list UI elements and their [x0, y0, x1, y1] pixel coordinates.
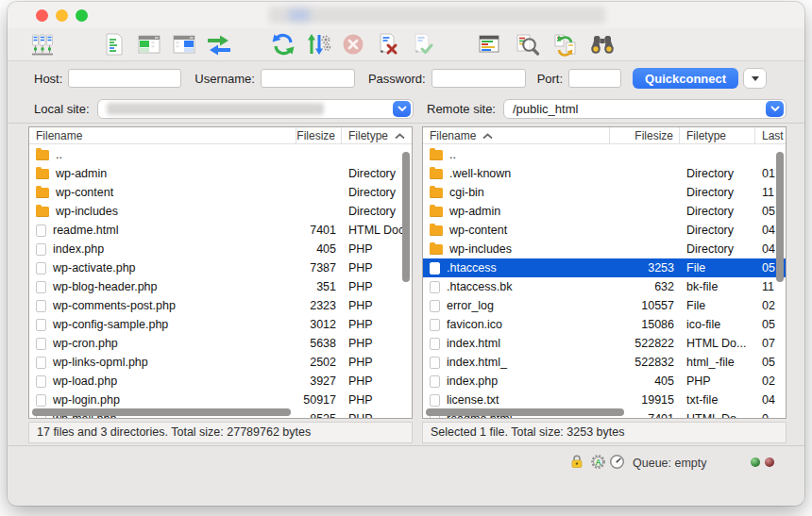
- quickconnect-button[interactable]: Quickconnect: [633, 68, 738, 89]
- window-title-redacted: [269, 7, 605, 24]
- file-row[interactable]: .htaccess.bk632bk-file11: [423, 277, 786, 296]
- remote-rows: ...well-knownDirectory01cgi-binDirectory…: [423, 145, 786, 418]
- file-row[interactable]: wp-includesDirectory04: [423, 240, 786, 258]
- file-row[interactable]: wp-contentDirectory: [29, 183, 412, 202]
- file-row[interactable]: wp-links-opml.php2502PHP: [29, 353, 412, 372]
- remote-site-combobox[interactable]: /public_html: [503, 99, 787, 119]
- filename-text: wp-admin: [56, 167, 107, 180]
- port-label: Port:: [537, 72, 563, 86]
- filetype-text: Directory: [680, 224, 755, 237]
- filename-text: cgi-bin: [449, 186, 484, 199]
- file-row[interactable]: wp-blog-header.php351PHP: [29, 277, 412, 296]
- filesize-text: 7401: [296, 224, 342, 237]
- quickconnect-bar: Host: Username: Password: Port: Quickcon…: [8, 61, 804, 95]
- username-input[interactable]: [261, 69, 355, 88]
- file-row[interactable]: wp-includesDirectory: [29, 202, 412, 221]
- disconnect-button[interactable]: [372, 30, 404, 58]
- filetype-text: File: [680, 299, 755, 312]
- filename-text: index.html_: [447, 356, 507, 369]
- port-input[interactable]: [568, 69, 621, 88]
- file-row[interactable]: .htaccess3253File05: [423, 258, 786, 277]
- process-queue-button[interactable]: [302, 30, 334, 58]
- file-search-button[interactable]: [511, 30, 543, 58]
- column-header-filetype[interactable]: Filetype: [680, 127, 755, 143]
- directory-listing-filters-button[interactable]: [473, 30, 505, 58]
- host-label: Host:: [34, 72, 62, 86]
- gear-auto-icon[interactable]: A: [590, 454, 606, 474]
- remote-vertical-scrollbar[interactable]: [776, 152, 784, 282]
- filesize-text: 3012: [296, 318, 342, 331]
- file-row[interactable]: index.html522822HTML Do...07: [423, 334, 786, 353]
- synchronized-browsing-button[interactable]: [549, 30, 581, 58]
- local-vertical-scrollbar[interactable]: [402, 152, 410, 282]
- column-header-filesize[interactable]: Filesize: [296, 127, 342, 143]
- column-header-filename[interactable]: Filename: [29, 127, 296, 143]
- file-row[interactable]: index.html_522832html_-file05: [423, 353, 786, 372]
- filetype-text: PHP: [342, 356, 412, 369]
- local-horizontal-scrollbar[interactable]: [32, 408, 291, 416]
- sync-browsing-icon: [552, 32, 578, 58]
- file-row[interactable]: ..: [423, 145, 786, 164]
- column-header-filesize[interactable]: Filesize: [610, 127, 680, 143]
- file-row[interactable]: wp-comments-post.php2323PHP: [29, 296, 412, 315]
- folder-icon: [36, 169, 49, 179]
- filename-text: wp-content: [449, 224, 507, 237]
- host-input[interactable]: [68, 69, 181, 88]
- toggle-remote-tree-button[interactable]: [168, 30, 200, 58]
- reconnect-button[interactable]: [407, 30, 439, 58]
- file-icon: [36, 394, 46, 407]
- file-row[interactable]: wp-adminDirectory05: [423, 202, 786, 221]
- file-row[interactable]: wp-login.php50917PHP: [29, 391, 412, 409]
- filename-text: wp-cron.php: [53, 337, 118, 350]
- column-header-filename[interactable]: Filename: [423, 127, 610, 143]
- local-list-header: Filename Filesize Filetype: [29, 127, 412, 144]
- find-files-button[interactable]: [586, 30, 618, 58]
- chevron-down-icon[interactable]: [766, 101, 784, 117]
- filesize-text: 5638: [296, 337, 342, 350]
- file-row[interactable]: cgi-binDirectory11: [423, 183, 786, 202]
- file-row[interactable]: favicon.ico15086ico-file05: [423, 315, 786, 334]
- filesize-text: 405: [296, 242, 342, 256]
- cancel-icon: [341, 32, 365, 57]
- column-header-last-modified[interactable]: Last modified: [755, 127, 786, 143]
- file-row[interactable]: license.txt19915txt-file04: [423, 391, 786, 409]
- local-site-combobox[interactable]: [97, 99, 414, 119]
- quickconnect-dropdown-button[interactable]: [743, 68, 767, 89]
- zoom-button[interactable]: [76, 9, 88, 22]
- file-row[interactable]: wp-activate.php7387PHP: [29, 258, 412, 277]
- site-manager-button[interactable]: [26, 30, 59, 58]
- refresh-button[interactable]: [267, 30, 299, 58]
- toggle-log-view-button[interactable]: [98, 30, 130, 58]
- filename-text: wp-activate.php: [53, 261, 136, 275]
- file-row[interactable]: index.php405PHP02: [423, 372, 786, 391]
- file-row[interactable]: ..: [29, 145, 412, 164]
- minimize-button[interactable]: [56, 9, 68, 22]
- panel-status-row: 17 files and 3 directories. Total size: …: [8, 419, 804, 443]
- file-icon: [36, 357, 46, 369]
- filetype-text: HTML Do...: [680, 337, 755, 350]
- filesize-text: 8525: [296, 412, 342, 418]
- file-row[interactable]: readme.html7401HTML Doc: [29, 221, 412, 240]
- remote-file-list: Filename Filesize Filetype Last modified…: [422, 126, 787, 419]
- file-row[interactable]: index.php405PHP: [29, 240, 412, 258]
- file-row[interactable]: wp-config-sample.php3012PHP: [29, 315, 412, 334]
- file-row[interactable]: wp-load.php3927PHP: [29, 372, 412, 391]
- password-input[interactable]: [431, 69, 526, 88]
- cancel-button[interactable]: [337, 30, 369, 58]
- filename-text: wp-links-opml.php: [53, 356, 148, 369]
- lock-icon[interactable]: [569, 454, 584, 473]
- filename-text: ..: [56, 148, 62, 161]
- file-row[interactable]: wp-cron.php5638PHP: [29, 334, 412, 353]
- chevron-down-icon[interactable]: [393, 101, 411, 117]
- column-header-filetype[interactable]: Filetype: [342, 127, 412, 143]
- file-row[interactable]: wp-adminDirectory: [29, 164, 412, 183]
- close-button[interactable]: [36, 9, 48, 22]
- file-row[interactable]: .well-knownDirectory01: [423, 164, 786, 183]
- file-row[interactable]: error_log10557File02: [423, 296, 786, 315]
- remote-horizontal-scrollbar[interactable]: [426, 408, 624, 416]
- directory-comparison-button[interactable]: [203, 30, 235, 58]
- toggle-local-tree-button[interactable]: [133, 30, 165, 58]
- file-icon: [430, 394, 440, 407]
- speed-gauge-icon[interactable]: [609, 454, 625, 474]
- file-row[interactable]: wp-contentDirectory04: [423, 221, 786, 240]
